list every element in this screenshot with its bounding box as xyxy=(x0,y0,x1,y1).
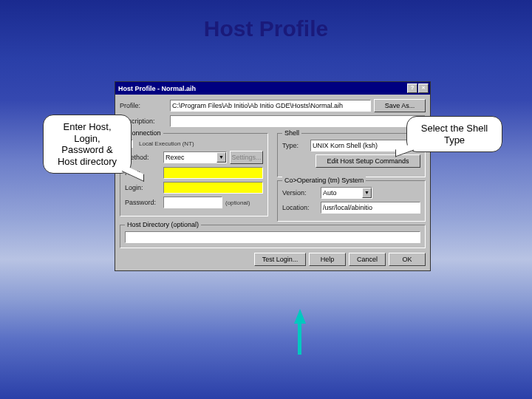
method-select[interactable]: Rexec ▼ xyxy=(163,151,227,163)
local-exec-label: Local Execution (NT) xyxy=(139,140,194,147)
save-as-button[interactable]: Save As... xyxy=(374,99,426,112)
login-label: Login: xyxy=(125,184,160,191)
host-directory-input[interactable] xyxy=(125,231,420,243)
help-button[interactable]: Help xyxy=(309,253,346,266)
password-hint: (optional) xyxy=(225,200,250,206)
host-input[interactable] xyxy=(163,167,263,179)
coop-legend: Co>Operating (tm) System xyxy=(282,177,366,184)
close-icon[interactable]: × xyxy=(418,83,429,93)
help-icon[interactable]: ? xyxy=(407,83,417,93)
login-input[interactable] xyxy=(163,182,263,194)
ok-button[interactable]: OK xyxy=(389,253,426,266)
dialog-titlebar: Host Profile - Normal.aih ? × xyxy=(115,82,430,95)
location-input[interactable]: /usr/local/abinitio xyxy=(321,202,420,214)
profile-path: C:\Program Files\Ab Initio\Ab Initio GDE… xyxy=(170,100,371,112)
coop-group: Co>Operating (tm) System Version: Auto ▼… xyxy=(277,180,426,222)
version-select[interactable]: Auto ▼ xyxy=(321,187,372,199)
host-directory-legend: Host Directory (optional) xyxy=(125,221,201,228)
host-profile-dialog: Host Profile - Normal.aih ? × Profile: C… xyxy=(115,81,431,271)
type-label: Type: xyxy=(282,142,307,149)
description-input[interactable] xyxy=(170,115,426,127)
cancel-button[interactable]: Cancel xyxy=(349,253,386,266)
version-label: Version: xyxy=(282,189,318,197)
dialog-title: Host Profile - Normal.aih xyxy=(118,85,196,92)
edit-host-setup-button[interactable]: Edit Host Setup Commands xyxy=(316,154,420,168)
profile-label: Profile: xyxy=(120,102,167,109)
callout-left: Enter Host, Login, Password & Host direc… xyxy=(43,115,132,174)
location-label: Location: xyxy=(282,204,318,211)
callout-right-text: Select the Shell Type xyxy=(421,123,488,146)
shell-group: Shell Type: UNIX Korn Shell (ksh) ▼ Edit… xyxy=(277,133,426,177)
password-label: Password: xyxy=(125,199,160,206)
shell-legend: Shell xyxy=(282,129,301,137)
test-login-button[interactable]: Test Login... xyxy=(254,253,306,266)
settings-button: Settings... xyxy=(230,151,263,164)
password-input[interactable] xyxy=(163,197,222,208)
chevron-down-icon: ▼ xyxy=(362,188,372,198)
chevron-down-icon: ▼ xyxy=(216,152,226,163)
callout-right: Select the Shell Type xyxy=(406,116,502,152)
host-directory-group: Host Directory (optional) xyxy=(120,225,426,248)
page-title: Host Profile xyxy=(204,16,328,41)
callout-left-text: Enter Host, Login, Password & Host direc… xyxy=(58,121,117,167)
